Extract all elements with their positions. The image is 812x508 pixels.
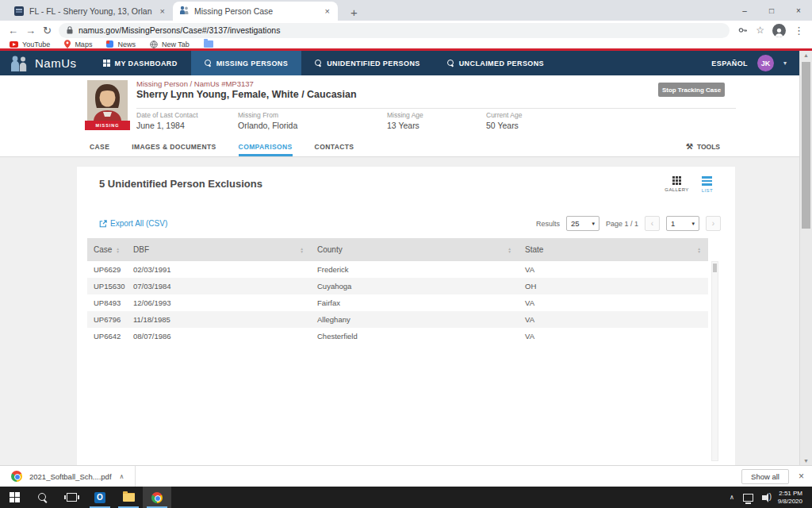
table-row[interactable]: UP8493 12/06/1993 Fairfax VA [87, 294, 708, 311]
tab-close-icon[interactable]: × [324, 6, 331, 16]
nav-item-my-dashboard[interactable]: MY DASHBOARD [90, 51, 191, 75]
window-close-button[interactable]: × [785, 0, 812, 21]
table-row[interactable]: UP15630 07/03/1984 Cuyahoga OH [87, 278, 708, 294]
section-heading: 5 Unidentified Person Exclusions [99, 178, 262, 190]
column-header-county[interactable]: County ▴▾ [311, 245, 519, 254]
key-icon[interactable] [738, 25, 748, 35]
start-button[interactable] [0, 487, 29, 508]
sort-icon[interactable]: ▴▾ [301, 247, 303, 253]
cell-case[interactable]: UP6629 [87, 265, 127, 274]
header-divider [136, 108, 736, 109]
window-minimize-button[interactable]: – [731, 0, 758, 21]
bookmark-news[interactable]: News [106, 40, 136, 48]
nav-item-unclaimed-persons[interactable]: UNCLAIMED PERSONS [434, 51, 557, 75]
scroll-down-icon[interactable]: ▼ [800, 458, 812, 464]
tab-contacts[interactable]: CONTACTS [315, 137, 354, 156]
back-button[interactable]: ← [8, 25, 18, 37]
download-bar-close-icon[interactable]: × [799, 471, 804, 482]
cell-case[interactable]: UP8493 [87, 298, 127, 307]
user-avatar[interactable]: JK [757, 55, 774, 71]
previous-page-button[interactable]: ‹ [645, 216, 660, 231]
taskbar-search-button[interactable] [29, 487, 57, 508]
content-area: 5 Unidentified Person Exclusions GALLERY… [0, 157, 799, 465]
table-row[interactable]: UP6642 08/07/1986 Chesterfield VA [87, 328, 708, 344]
windows-logo-icon [10, 492, 20, 502]
show-all-button[interactable]: Show all [741, 469, 789, 484]
task-view-button[interactable] [57, 487, 86, 508]
cell-dbf: 07/03/1984 [127, 282, 311, 291]
stop-tracking-case-button[interactable]: Stop Tracking Case [658, 83, 725, 97]
tab-comparisons[interactable]: COMPARISONS [239, 137, 293, 156]
nav-item-missing-persons[interactable]: MISSING PERSONS [191, 51, 302, 75]
url-box[interactable]: namus.gov/MissingPersons/Case#/3137/inve… [59, 23, 730, 38]
tray-chevron-up-icon[interactable]: ∧ [730, 494, 734, 501]
table-row[interactable]: UP6629 02/03/1991 Frederick VA [87, 261, 708, 278]
table-scrollbar-thumb[interactable] [713, 264, 717, 272]
cell-state: VA [519, 332, 708, 341]
url-text[interactable]: namus.gov/MissingPersons/Case#/3137/inve… [79, 25, 280, 35]
tab-case[interactable]: CASE [90, 137, 109, 156]
table-row[interactable]: UP6796 11/18/1985 Alleghany VA [87, 311, 708, 328]
profile-avatar[interactable] [772, 24, 786, 37]
next-page-button[interactable]: › [706, 216, 721, 231]
table-scrollbar[interactable] [711, 261, 718, 461]
caret-down-icon: ▾ [592, 221, 595, 227]
downloaded-file-name[interactable]: 2021_Softball_Sch....pdf [29, 472, 112, 481]
taskbar-outlook-button[interactable]: O [86, 487, 114, 508]
cell-case[interactable]: UP6642 [87, 332, 127, 341]
cell-case[interactable]: UP15630 [87, 282, 127, 291]
refresh-button[interactable]: ↻ [43, 25, 52, 37]
page-number-select[interactable]: 1 ▾ [666, 216, 699, 231]
export-icon [99, 220, 107, 228]
browser-menu-icon[interactable]: ⋮ [794, 25, 804, 37]
list-icon [702, 176, 712, 186]
page-scrollbar-thumb[interactable] [802, 62, 810, 229]
namus-logo[interactable]: NamUs [0, 51, 90, 75]
results-label: Results [536, 220, 560, 228]
tab-close-icon[interactable]: × [159, 6, 167, 16]
cell-dbf: 12/06/1993 [127, 298, 311, 307]
language-toggle[interactable]: ESPAÑOL [711, 60, 748, 67]
taskbar-clock[interactable]: 2:51 PM 9/8/2020 [778, 490, 806, 505]
page-scrollbar[interactable]: ▲ ▼ [799, 51, 812, 465]
column-header-state[interactable]: State ▴▾ [519, 245, 708, 254]
bookmark-new-tab[interactable]: New Tab [150, 40, 190, 48]
download-chevron-icon[interactable]: ∧ [120, 473, 124, 480]
column-header-dbf[interactable]: DBF ▴▾ [127, 245, 311, 254]
column-header-case[interactable]: Case ▴▾ [87, 245, 127, 254]
window-maximize-button[interactable]: □ [758, 0, 785, 21]
taskbar-file-explorer-button[interactable] [114, 487, 143, 508]
sort-icon[interactable]: ▴▾ [508, 247, 511, 253]
nav-item-unidentified-persons[interactable]: UNIDENTIFIED PERSONS [301, 51, 434, 75]
clock-time: 2:51 PM [779, 490, 802, 498]
chrome-icon [151, 492, 163, 503]
bookmark-folder-icon[interactable] [204, 40, 213, 48]
results-per-page-select[interactable]: 25 ▾ [566, 216, 599, 231]
bookmark-maps[interactable]: Maps [64, 40, 92, 48]
bookmark-star-icon[interactable]: ☆ [756, 25, 764, 36]
scroll-up-icon[interactable]: ▲ [800, 52, 812, 58]
missing-person-photo[interactable] [87, 80, 128, 121]
network-icon[interactable] [743, 494, 753, 502]
table-header-row: Case ▴▾ DBF ▴▾ County ▴▾ State ▴▾ [87, 238, 708, 261]
table-body: UP6629 02/03/1991 Frederick VA UP15630 0… [87, 261, 708, 344]
system-tray: ∧ 2:51 PM 9/8/2020 [730, 487, 812, 508]
sort-icon[interactable]: ▴▾ [117, 247, 119, 253]
tab-images-documents[interactable]: IMAGES & DOCUMENTS [132, 137, 216, 156]
gallery-view-toggle[interactable]: GALLERY [665, 176, 688, 193]
new-tab-button[interactable]: + [346, 6, 362, 21]
bookmark-youtube[interactable]: YouTube [10, 40, 50, 48]
cell-case[interactable]: UP6796 [87, 315, 127, 324]
browser-tab-namus-active[interactable]: Missing Person Case × [173, 2, 338, 21]
tools-button[interactable]: ⚒ TOOLS [686, 137, 720, 156]
browser-tab-websleuths[interactable]: FL - FL - Sherry Young, 13, Orlan × [8, 2, 173, 21]
tab-title: FL - FL - Sherry Young, 13, Orlan [29, 6, 153, 16]
chevron-down-icon[interactable]: ▾ [783, 60, 787, 67]
brand-name: NamUs [35, 56, 77, 70]
forward-button[interactable]: → [25, 25, 36, 37]
export-all-csv-link[interactable]: Export All (CSV) [99, 219, 167, 228]
list-view-toggle[interactable]: LIST [702, 176, 713, 193]
taskbar-chrome-button[interactable] [143, 487, 171, 508]
sort-icon[interactable]: ▴▾ [698, 247, 700, 253]
speaker-icon[interactable] [762, 495, 766, 500]
